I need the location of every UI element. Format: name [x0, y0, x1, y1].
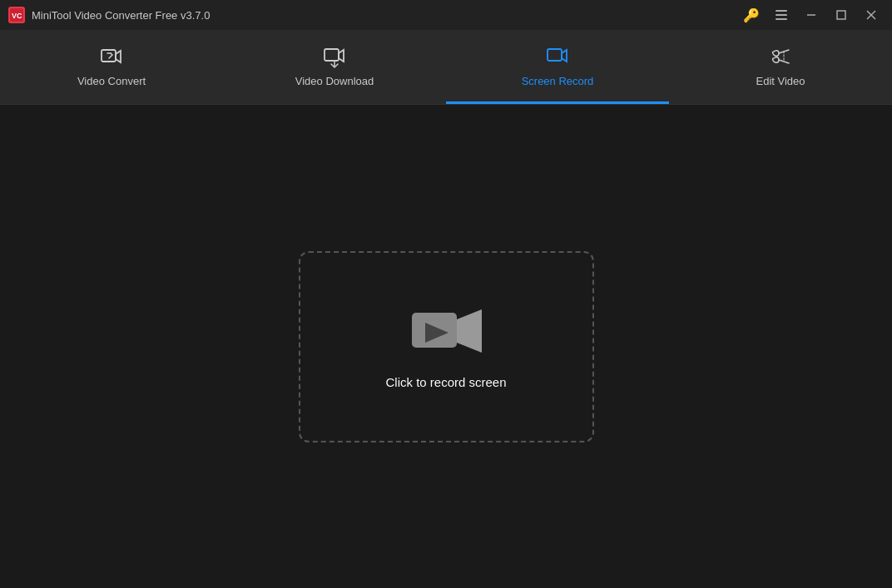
title-bar-controls: 🔑 [739, 4, 884, 26]
video-download-icon [323, 45, 346, 68]
key-icon: 🔑 [743, 7, 760, 23]
tab-video-convert[interactable]: Video Convert [0, 30, 223, 104]
main-content: Click to record screen [0, 105, 892, 588]
nav-tabs: Video Convert Video Download Screen Reco… [0, 30, 892, 105]
svg-marker-15 [457, 309, 482, 353]
minimize-icon [806, 10, 816, 20]
close-icon [866, 10, 876, 20]
tab-screen-record-label: Screen Record [522, 75, 594, 87]
edit-video-icon [769, 45, 792, 68]
maximize-icon [836, 10, 846, 20]
video-convert-icon [100, 45, 123, 68]
title-bar-left: VC MiniTool Video Converter Free v3.7.0 [8, 7, 210, 23]
svg-rect-6 [102, 50, 116, 62]
title-bar: VC MiniTool Video Converter Free v3.7.0 … [0, 0, 892, 30]
close-button[interactable] [859, 4, 884, 26]
tab-screen-record[interactable]: Screen Record [446, 30, 669, 104]
app-logo: VC [8, 7, 25, 23]
key-button[interactable]: 🔑 [739, 4, 764, 26]
minimize-button[interactable] [799, 4, 824, 26]
svg-line-11 [779, 60, 789, 63]
tab-video-convert-label: Video Convert [77, 75, 146, 87]
svg-rect-7 [325, 49, 339, 61]
tab-video-download-label: Video Download [295, 75, 374, 87]
tab-edit-video[interactable]: Edit Video [669, 30, 892, 104]
menu-button[interactable] [769, 4, 794, 26]
tab-edit-video-label: Edit Video [756, 75, 805, 87]
maximize-button[interactable] [829, 4, 854, 26]
record-label: Click to record screen [385, 375, 506, 389]
record-camera-icon [409, 304, 483, 358]
app-title: MiniTool Video Converter Free v3.7.0 [32, 9, 210, 22]
hamburger-icon [776, 10, 787, 20]
tab-video-download[interactable]: Video Download [223, 30, 446, 104]
svg-text:VC: VC [12, 12, 22, 20]
svg-rect-9 [548, 49, 562, 61]
svg-rect-3 [837, 11, 845, 19]
screen-record-icon [546, 45, 569, 68]
record-screen-button[interactable]: Click to record screen [299, 251, 594, 442]
